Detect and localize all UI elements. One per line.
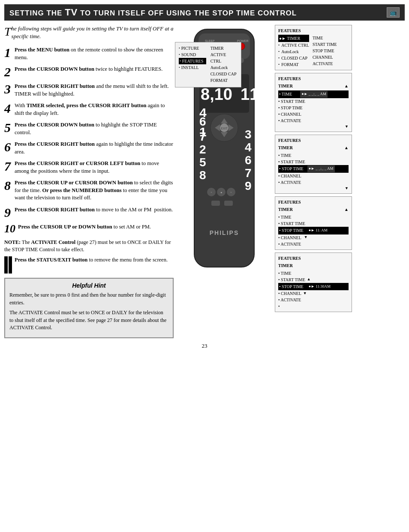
screen5-activate: • ACTIVATE xyxy=(278,297,349,303)
step-text-11: Press the STATUS/EXIT button to remove t… xyxy=(15,256,168,264)
screen1-col-left: ●► TIMER • ACTIVE CTRL • AutoLock • CLOS… xyxy=(278,35,309,68)
left-column: T he following steps will guide you in s… xyxy=(4,25,174,338)
title-U: U xyxy=(166,9,172,17)
svg-text:5: 5 xyxy=(199,156,206,169)
helpful-hint-box: Helpful Hint Remember, be sure to press … xyxy=(4,278,174,338)
screen4-channel: • CHANNEL ▼ xyxy=(278,234,349,241)
screen3-title: FEATURES xyxy=(278,137,349,144)
step-6: 6 Press the CURSOR RIGHT button again to… xyxy=(4,141,174,156)
screen1-format: • FORMAT xyxy=(278,61,309,68)
step-number-1: 1 xyxy=(4,46,12,59)
step-11: Press the STATUS/EXIT button to remove t… xyxy=(4,256,174,274)
svg-text:7: 7 xyxy=(245,166,252,180)
step-5: 5 Press the CURSOR DOWN button to highli… xyxy=(4,121,174,136)
screen5-time: • TIME xyxy=(278,270,349,277)
menu-col-left: • PICTURE • SOUND • FEATURES • INSTALL xyxy=(179,45,206,84)
step-10: 10 Press the CURSOR UP or DOWN button to… xyxy=(4,223,174,234)
intro-text: he following steps will guide you in set… xyxy=(12,25,174,39)
step-3: 3 Press the CURSOR RIGHT button and the … xyxy=(4,83,174,98)
page-title: SETTING THE TV TO TURN ITSELF OFF USING … xyxy=(9,7,297,18)
screen4-stoptime: • STOP TIME ●► 11: AM xyxy=(278,227,349,234)
title-tself: TSELF xyxy=(120,9,148,17)
menu-right-format: FORMAT xyxy=(211,77,238,84)
screen5-stoptime: • STOP TIME ●► 11:30AM xyxy=(278,283,349,291)
svg-text:7: 7 xyxy=(199,130,206,143)
screen1-title: FEATURES xyxy=(278,27,349,34)
steps-list: 1 Press the MENU button on the remote co… xyxy=(4,46,174,234)
screen-box-2: FEATURES TIMER ▲ • TIME ●► _ _:_ _ AM • … xyxy=(275,73,352,132)
screen1-activectrl: • ACTIVE CTRL xyxy=(278,42,309,48)
screen3-stoptime: • STOP TIME ●► _ _:_ _ AM xyxy=(278,165,349,173)
hint-text: Remember, be sure to press 0 first and t… xyxy=(9,292,168,331)
screen1-autolock: • AutoLock xyxy=(278,48,309,55)
step-8: 8 Press the CURSOR UP or CURSOR DOWN but… xyxy=(4,179,174,202)
step-text-6: Press the CURSOR RIGHT button again to h… xyxy=(15,141,174,156)
screen1-closedcap: • CLOSED CAP xyxy=(278,55,309,61)
svg-text:8: 8 xyxy=(199,168,206,182)
svg-text:8,10: 8,10 xyxy=(201,85,232,103)
title-tv: TV xyxy=(65,7,78,18)
title-to-turn: TO T xyxy=(78,9,98,17)
step-1: 1 Press the MENU button on the remote co… xyxy=(4,46,174,61)
step-text-7: Press the CURSOR RIGHT or CURSOR LEFT bu… xyxy=(15,160,174,175)
step-text-9: Press the CURSOR RIGHT button to move to… xyxy=(15,206,173,214)
screen2-time: • TIME ●► _ _:_ _ AM xyxy=(278,90,349,98)
step-number-3: 3 xyxy=(4,83,12,96)
title-C: C xyxy=(258,9,263,17)
screen3-subtitle: TIMER ▲ xyxy=(278,144,349,151)
screen2-activate: • ACTIVATE xyxy=(278,117,349,124)
step-11-number xyxy=(4,256,12,274)
step-bar-right xyxy=(9,256,12,274)
svg-text:9: 9 xyxy=(245,179,252,192)
screen5-subtitle: TIMER xyxy=(278,262,349,269)
step-number-7: 7 xyxy=(4,160,12,173)
title-ime: IME xyxy=(241,9,258,17)
screen2-starttime: • START TIME xyxy=(278,98,349,105)
screen1-stoptime: STOP TIME xyxy=(313,48,337,54)
title-ff: FF xyxy=(154,9,166,17)
screen4-subtitle: TIMER ▲ xyxy=(278,206,349,213)
screen4-activate: • ACTIVATE xyxy=(278,241,349,247)
title-top: TOP xyxy=(218,9,236,17)
svg-text:EXIT: EXIT xyxy=(221,127,228,130)
screen1-timer: ●► TIMER xyxy=(278,35,309,42)
title-urn: URN xyxy=(98,9,118,17)
title-sing: SING THE xyxy=(172,9,212,17)
menu-item-features: • FEATURES xyxy=(179,58,206,64)
step-7: 7 Press the CURSOR RIGHT or CURSOR LEFT … xyxy=(4,160,174,175)
svg-text:●: ● xyxy=(220,191,222,194)
menu-right-activectrl: ACTIVE CTRL xyxy=(211,51,238,64)
svg-text:3: 3 xyxy=(245,128,252,141)
menu-item-sound: • SOUND xyxy=(179,51,206,58)
screen5-channel: • CHANNEL ▼ xyxy=(278,290,349,297)
screen2-stoptime: • STOP TIME xyxy=(278,105,349,111)
title-O: O xyxy=(148,9,154,17)
screen3-time: • TIME xyxy=(278,152,349,159)
right-column: • PICTURE • SOUND • FEATURES • INSTALL T… xyxy=(177,25,405,338)
screen3-starttime: • START TIME xyxy=(278,159,349,165)
screen1-col-right: TIME START TIME STOP TIME CHANNEL ACTIVA… xyxy=(313,35,337,68)
step-4: 4 With TIMER selected, press the CURSOR … xyxy=(4,102,174,117)
title-ontrol: ONTROL xyxy=(263,9,297,17)
screen4-time: • TIME xyxy=(278,214,349,220)
step-2: 2 Press the CURSOR DOWN button twice to … xyxy=(4,66,174,78)
svg-text:6: 6 xyxy=(245,153,252,167)
screen-box-1: FEATURES ●► TIMER • ACTIVE CTRL • AutoLo… xyxy=(275,25,352,70)
svg-text:+: + xyxy=(230,191,232,194)
page-header: SETTING THE TV TO TURN ITSELF OFF USING … xyxy=(4,4,405,21)
title-T: T xyxy=(236,9,241,17)
menu-item-picture: • PICTURE xyxy=(179,45,206,51)
step-text-1: Press the MENU button on the remote cont… xyxy=(15,46,174,61)
step-bar-left xyxy=(4,256,8,274)
screen1-starttime: START TIME xyxy=(313,41,337,48)
screen5-dot: • xyxy=(278,303,349,310)
title-etting: ETTING THE xyxy=(15,9,65,17)
menu-item-install: • INSTALL xyxy=(179,64,206,71)
menu-right-autolock: AutoLock xyxy=(211,64,238,71)
step-number-10: 10 xyxy=(4,223,15,234)
note-text: NOTE: The ACTIVATE Control (page 27) mus… xyxy=(4,239,174,253)
step-text-10: Press the CURSOR UP or DOWN button to se… xyxy=(18,223,151,231)
screen4-starttime: • START TIME xyxy=(278,220,349,227)
screen2-title: FEATURES xyxy=(278,75,349,82)
step-text-4: With TIMER selected, press the CURSOR RI… xyxy=(15,102,174,117)
